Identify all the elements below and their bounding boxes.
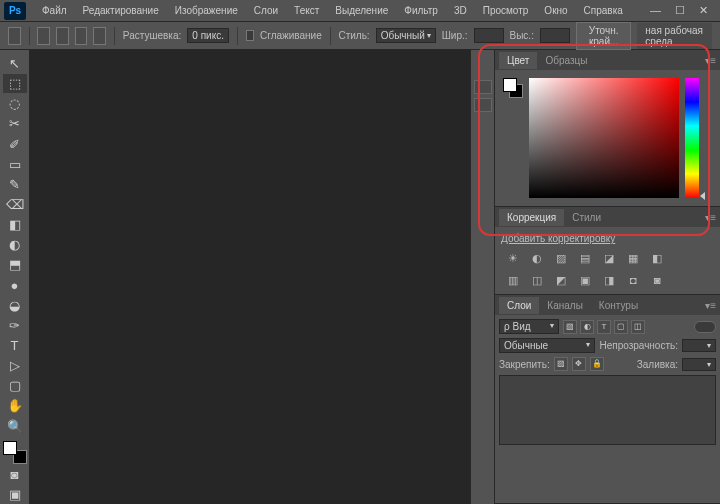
color-panel-menu[interactable]: ▾≡ xyxy=(705,55,716,66)
style-select[interactable]: Обычный xyxy=(376,28,436,43)
tab-paths[interactable]: Контуры xyxy=(591,297,646,314)
lock-pixels-icon[interactable]: ▨ xyxy=(554,357,568,371)
adjust-panel-menu[interactable]: ▾≡ xyxy=(705,212,716,223)
adj-hue-icon[interactable]: ▦ xyxy=(625,252,641,266)
tab-channels[interactable]: Каналы xyxy=(539,297,591,314)
filter-toggle[interactable] xyxy=(694,321,716,333)
stamp-tool[interactable]: ⌫ xyxy=(3,195,27,214)
gradient-tool[interactable]: ⬒ xyxy=(3,255,27,274)
add-adjustment-link[interactable]: Добавить корректировку xyxy=(501,233,615,244)
crop-tool[interactable]: ✂ xyxy=(3,114,27,133)
menu-filter[interactable]: Фильтр xyxy=(396,2,446,19)
menu-layers[interactable]: Слои xyxy=(246,2,286,19)
adj-lookup-icon[interactable]: ◩ xyxy=(553,274,569,288)
style-label: Стиль: xyxy=(338,30,369,41)
pen-tool[interactable]: ✑ xyxy=(3,316,27,335)
adj-posterize-icon[interactable]: ◨ xyxy=(601,274,617,288)
tab-adjustments[interactable]: Коррекция xyxy=(499,209,564,226)
color-swatches[interactable] xyxy=(3,441,27,464)
layers-panel-menu[interactable]: ▾≡ xyxy=(705,300,716,311)
width-input[interactable] xyxy=(474,28,504,43)
lock-all-icon[interactable]: 🔒 xyxy=(590,357,604,371)
lock-position-icon[interactable]: ✥ xyxy=(572,357,586,371)
menu-help[interactable]: Справка xyxy=(576,2,631,19)
adj-bw-icon[interactable]: ◧ xyxy=(649,252,665,266)
selection-add-icon[interactable] xyxy=(56,27,69,45)
tab-color[interactable]: Цвет xyxy=(499,52,537,69)
feather-input[interactable] xyxy=(187,28,229,43)
panel-color-swatches[interactable] xyxy=(503,78,523,98)
filter-adjust-icon[interactable]: ◐ xyxy=(580,320,594,334)
menu-file[interactable]: Файл xyxy=(34,2,75,19)
selection-new-icon[interactable] xyxy=(37,27,50,45)
menu-window[interactable]: Окно xyxy=(536,2,575,19)
menu-image[interactable]: Изображение xyxy=(167,2,246,19)
blend-mode-select[interactable]: Обычные xyxy=(499,338,595,353)
type-tool[interactable]: T xyxy=(3,336,27,355)
brush-tool[interactable]: ✎ xyxy=(3,175,27,194)
path-select-tool[interactable]: ▷ xyxy=(3,356,27,375)
height-input[interactable] xyxy=(540,28,570,43)
tab-swatches[interactable]: Образцы xyxy=(537,52,595,69)
refine-edge-button[interactable]: Уточн. край... xyxy=(576,22,631,50)
menu-select[interactable]: Выделение xyxy=(327,2,396,19)
selection-intersect-icon[interactable] xyxy=(93,27,106,45)
layers-panel: Слои Каналы Контуры ▾≡ ρ Вид ▨ ◐ T ▢ ◫ xyxy=(495,295,720,504)
filter-smart-icon[interactable]: ◫ xyxy=(631,320,645,334)
canvas[interactable] xyxy=(30,50,470,504)
workspace-switcher[interactable]: ная рабочая среда xyxy=(637,23,712,49)
adj-vibrance-icon[interactable]: ◪ xyxy=(601,252,617,266)
close-button[interactable]: ✕ xyxy=(699,4,708,17)
menu-view[interactable]: Просмотр xyxy=(475,2,537,19)
screenmode-toggle[interactable]: ▣ xyxy=(3,485,27,504)
dock-icon-1[interactable] xyxy=(474,80,492,94)
quickmask-toggle[interactable]: ◙ xyxy=(3,465,27,484)
zoom-tool[interactable]: 🔍 xyxy=(3,417,27,436)
adj-channel-mixer-icon[interactable]: ◫ xyxy=(529,274,545,288)
adj-brightness-icon[interactable]: ☀ xyxy=(505,252,521,266)
tool-preset-icon[interactable] xyxy=(8,27,21,45)
history-brush-tool[interactable]: ◧ xyxy=(3,215,27,234)
lasso-tool[interactable]: ◌ xyxy=(3,94,27,113)
shape-tool[interactable]: ▢ xyxy=(3,376,27,395)
adj-exposure-icon[interactable]: ▤ xyxy=(577,252,593,266)
panel-fg-swatch[interactable] xyxy=(503,78,517,92)
tab-layers[interactable]: Слои xyxy=(499,297,539,314)
color-field[interactable] xyxy=(529,78,679,198)
minimize-button[interactable]: — xyxy=(650,4,661,17)
feather-label: Растушевка: xyxy=(123,30,181,41)
adj-photo-filter-icon[interactable]: ▥ xyxy=(505,274,521,288)
filter-shape-icon[interactable]: ▢ xyxy=(614,320,628,334)
layer-kind-filter[interactable]: ρ Вид xyxy=(499,319,559,334)
marquee-tool[interactable]: ⬚ xyxy=(3,74,27,93)
options-bar: Растушевка: Сглаживание Стиль: Обычный Ш… xyxy=(0,22,720,50)
adj-levels-icon[interactable]: ◐ xyxy=(529,252,545,266)
filter-pixel-icon[interactable]: ▨ xyxy=(563,320,577,334)
tab-styles[interactable]: Стили xyxy=(564,209,609,226)
main-area: ↖ ⬚ ◌ ✂ ✐ ▭ ✎ ⌫ ◧ ◐ ⬒ ● ◒ ✑ T ▷ ▢ ✋ 🔍 ◙ … xyxy=(0,50,720,504)
menu-edit[interactable]: Редактирование xyxy=(75,2,167,19)
foreground-swatch[interactable] xyxy=(3,441,17,455)
layer-list[interactable] xyxy=(499,375,716,445)
menu-text[interactable]: Текст xyxy=(286,2,327,19)
menu-3d[interactable]: 3D xyxy=(446,2,475,19)
adj-curves-icon[interactable]: ▨ xyxy=(553,252,569,266)
healing-tool[interactable]: ▭ xyxy=(3,155,27,174)
adj-invert-icon[interactable]: ▣ xyxy=(577,274,593,288)
fill-input[interactable] xyxy=(682,358,716,371)
opacity-input[interactable] xyxy=(682,339,716,352)
dodge-tool[interactable]: ◒ xyxy=(3,296,27,315)
hand-tool[interactable]: ✋ xyxy=(3,396,27,415)
eyedropper-tool[interactable]: ✐ xyxy=(3,135,27,154)
selection-subtract-icon[interactable] xyxy=(75,27,88,45)
blur-tool[interactable]: ● xyxy=(3,276,27,295)
adj-gradient-map-icon[interactable]: ◙ xyxy=(649,274,665,288)
filter-type-icon[interactable]: T xyxy=(597,320,611,334)
adj-threshold-icon[interactable]: ◘ xyxy=(625,274,641,288)
eraser-tool[interactable]: ◐ xyxy=(3,235,27,254)
move-tool[interactable]: ↖ xyxy=(3,54,27,73)
dock-icon-2[interactable] xyxy=(474,98,492,112)
antialias-checkbox[interactable] xyxy=(246,30,254,41)
hue-slider[interactable] xyxy=(685,78,699,198)
maximize-button[interactable]: ☐ xyxy=(675,4,685,17)
